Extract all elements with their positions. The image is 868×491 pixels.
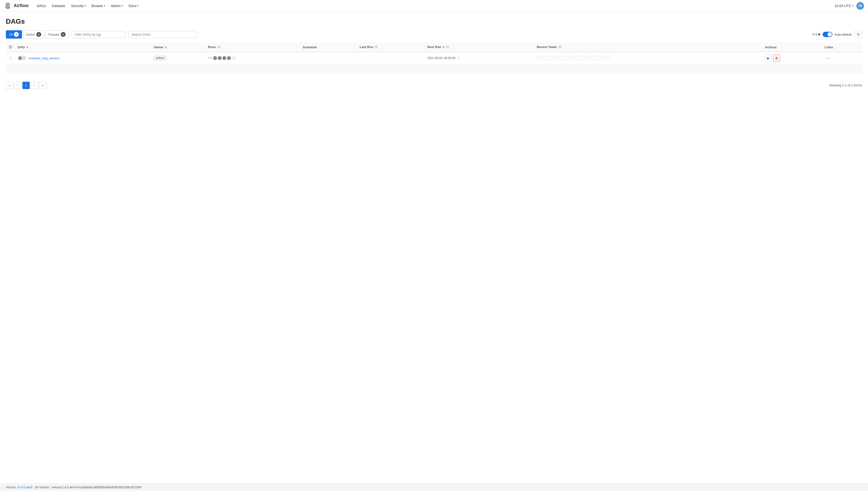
task-circle-5	[558, 56, 562, 60]
filter-bar: All 1 Active 0 Paused 1	[6, 30, 862, 38]
svg-point-9	[7, 5, 9, 7]
dot-1	[812, 33, 814, 35]
owner-badge[interactable]: airflow	[154, 56, 166, 60]
refresh-icon: ↻	[857, 32, 860, 37]
dag-owner-cell: airflow	[151, 52, 205, 64]
dag-last-run-cell	[357, 52, 424, 64]
page-title: DAGs	[6, 18, 862, 25]
col-schedule: Schedule	[300, 42, 357, 52]
brand[interactable]: Airflow	[4, 2, 29, 10]
last-page-button[interactable]: »	[39, 82, 46, 89]
task-circle-2	[542, 56, 547, 60]
dags-table: ⓘ DAG ⇅ Owner ⇅ Runs ⓘ Schedule	[6, 42, 862, 74]
prev-page-button[interactable]: ‹	[14, 82, 22, 89]
dot-2	[815, 33, 817, 35]
runs-success-count: 0	[208, 56, 210, 60]
col-owner[interactable]: Owner ⇅	[151, 42, 205, 52]
task-circle-11	[590, 56, 595, 60]
action-btns: ▶ 🗑	[765, 55, 819, 61]
run-dot-1	[213, 56, 217, 60]
dag-sort-icon: ⇅	[26, 46, 28, 49]
table-body: ⓘ example_dag_owners airflow 0	[6, 52, 862, 74]
runs-info-btn[interactable]: ⓘ	[232, 56, 235, 60]
delete-dag-button[interactable]: 🗑	[773, 55, 780, 61]
row-info-icon: ⓘ	[9, 56, 12, 60]
col-recent-tasks: Recent Tasks ⓘ	[534, 42, 762, 52]
nav-menu: DAGs Datasets Security ▾ Browse ▾ Admin …	[34, 0, 141, 12]
runs-info-icon: ⓘ	[217, 46, 220, 49]
tab-active[interactable]: Active 0	[23, 30, 44, 38]
paused-badge: 1	[61, 32, 66, 37]
task-circle-1	[537, 56, 541, 60]
col-links: Links	[822, 42, 862, 52]
nav-docs[interactable]: Docs ▾	[126, 0, 141, 12]
more-links-button[interactable]: ⋯	[825, 55, 832, 61]
nav-datasets[interactable]: Datasets	[49, 0, 67, 12]
task-circle-14	[607, 56, 611, 60]
owner-sort-icon: ⇅	[165, 46, 167, 49]
next-page-button[interactable]: ›	[31, 82, 38, 89]
nav-security[interactable]: Security ▾	[69, 0, 88, 12]
col-runs: Runs ⓘ	[205, 42, 300, 52]
tag-filter-input[interactable]	[72, 31, 125, 38]
table-head: ⓘ DAG ⇅ Owner ⇅ Runs ⓘ Schedule	[6, 42, 862, 52]
row-info-cell: ⓘ	[6, 52, 15, 64]
refresh-button[interactable]: ↻	[854, 30, 862, 38]
run-dots	[213, 56, 231, 60]
tab-all[interactable]: All 1	[6, 30, 22, 38]
first-page-button[interactable]: «	[6, 82, 13, 89]
nav-dags[interactable]: DAGs	[34, 0, 48, 12]
toggle-knob	[828, 32, 832, 37]
info-icon: ⓘ	[9, 45, 12, 49]
task-circle-6	[563, 56, 568, 60]
task-circle-12	[596, 56, 600, 60]
tab-group: All 1 Active 0 Paused 1	[6, 30, 69, 38]
trigger-dag-button[interactable]: ▶	[765, 55, 772, 61]
spacer-row	[6, 64, 862, 74]
pagination-container: « ‹ 1 › » Showing 1-1 of 1 DAGs	[6, 78, 862, 93]
col-last-run: Last Run ⓘ	[357, 42, 424, 52]
table-header-row: ⓘ DAG ⇅ Owner ⇅ Runs ⓘ Schedule	[6, 42, 862, 52]
search-input[interactable]	[128, 31, 196, 38]
dag-name-cell: example_dag_owners	[15, 52, 151, 64]
time-display[interactable]: 10:03 UTC ▾	[835, 4, 854, 8]
runs-running-count: 0	[210, 56, 212, 60]
runs-group: 0 0 ⓘ	[208, 56, 297, 60]
pagination: « ‹ 1 › »	[6, 78, 46, 93]
dag-recent-tasks-cell	[534, 52, 762, 64]
dag-toggle-knob	[18, 56, 22, 60]
dag-runs-cell: 0 0 ⓘ	[205, 52, 300, 64]
navbar: Airflow DAGs Datasets Security ▾ Browse …	[0, 0, 868, 12]
recent-tasks-circles	[537, 56, 759, 60]
dag-toggle[interactable]	[18, 56, 26, 60]
col-dag[interactable]: DAG ⇅	[15, 42, 151, 52]
dag-next-run: 2021-09-09, 00:00:00	[427, 56, 455, 60]
brand-name: Airflow	[14, 3, 29, 8]
table-row: ⓘ example_dag_owners airflow 0	[6, 52, 862, 64]
next-run-sort-icon: ⇅	[442, 46, 444, 49]
task-circle-13	[601, 56, 606, 60]
browse-chevron-icon: ▾	[104, 4, 105, 7]
auto-refresh-toggle[interactable]: Auto-refresh	[823, 32, 852, 37]
recent-tasks-info-icon: ⓘ	[559, 46, 561, 49]
nav-browse[interactable]: Browse ▾	[89, 0, 107, 12]
filter-right: Auto-refresh ↻	[812, 30, 862, 38]
toggle-switch[interactable]	[823, 32, 832, 37]
dag-name-link[interactable]: example_dag_owners	[29, 56, 60, 60]
dag-actions-cell: ▶ 🗑	[762, 52, 822, 64]
page-1-button[interactable]: 1	[23, 82, 30, 89]
dag-schedule-cell	[300, 52, 357, 64]
task-circle-8	[574, 56, 579, 60]
all-badge: 1	[14, 32, 19, 37]
navbar-right: 10:03 UTC ▾ TA	[835, 2, 864, 10]
active-badge: 0	[36, 32, 41, 37]
user-avatar[interactable]: TA	[856, 2, 864, 10]
main-content: DAGs All 1 Active 0 Paused 1	[0, 12, 868, 93]
docs-chevron-icon: ▾	[137, 4, 138, 7]
nav-admin[interactable]: Admin ▾	[108, 0, 125, 12]
last-run-info-icon: ⓘ	[375, 46, 377, 49]
task-circle-9	[580, 56, 584, 60]
task-circle-10	[585, 56, 589, 60]
tab-paused[interactable]: Paused 1	[45, 30, 69, 38]
col-next-run[interactable]: Next Run ⇅ ⓘ	[424, 42, 534, 52]
